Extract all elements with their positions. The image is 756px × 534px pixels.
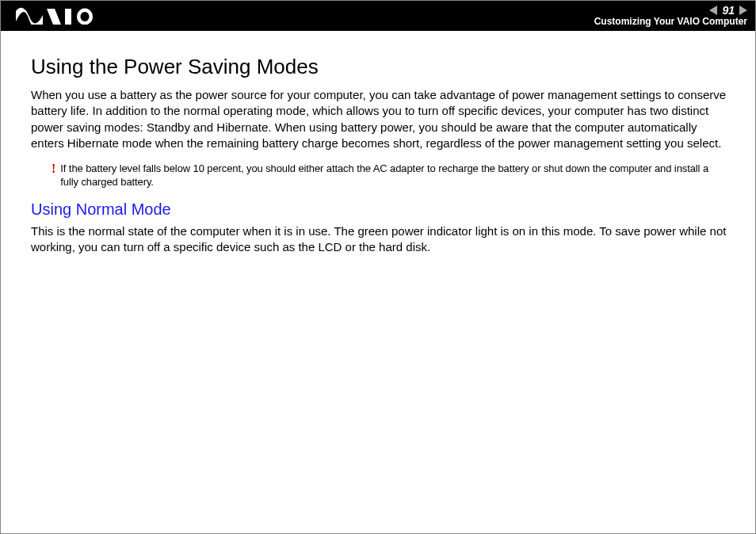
- normal-mode-paragraph: This is the normal state of the computer…: [31, 223, 728, 256]
- intro-paragraph: When you use a battery as the power sour…: [31, 87, 728, 151]
- svg-rect-0: [65, 9, 71, 25]
- warning-text: If the battery level falls below 10 perc…: [60, 162, 728, 189]
- warning-note: ! If the battery level falls below 10 pe…: [52, 162, 728, 189]
- prev-page-icon[interactable]: [709, 6, 717, 15]
- subheading-normal-mode: Using Normal Mode: [31, 200, 728, 219]
- next-page-icon[interactable]: [739, 6, 747, 15]
- breadcrumb: Customizing Your VAIO Computer: [594, 17, 747, 26]
- document-page: 91 Customizing Your VAIO Computer Using …: [0, 0, 756, 534]
- content-area: Using the Power Saving Modes When you us…: [1, 31, 755, 255]
- header-right: 91 Customizing Your VAIO Computer: [594, 5, 747, 26]
- page-nav: 91: [709, 5, 747, 16]
- exclamation-icon: !: [52, 162, 55, 175]
- vaio-logo: [15, 7, 102, 25]
- page-title: Using the Power Saving Modes: [31, 55, 728, 79]
- page-number: 91: [720, 5, 736, 16]
- header-bar: 91 Customizing Your VAIO Computer: [1, 1, 755, 31]
